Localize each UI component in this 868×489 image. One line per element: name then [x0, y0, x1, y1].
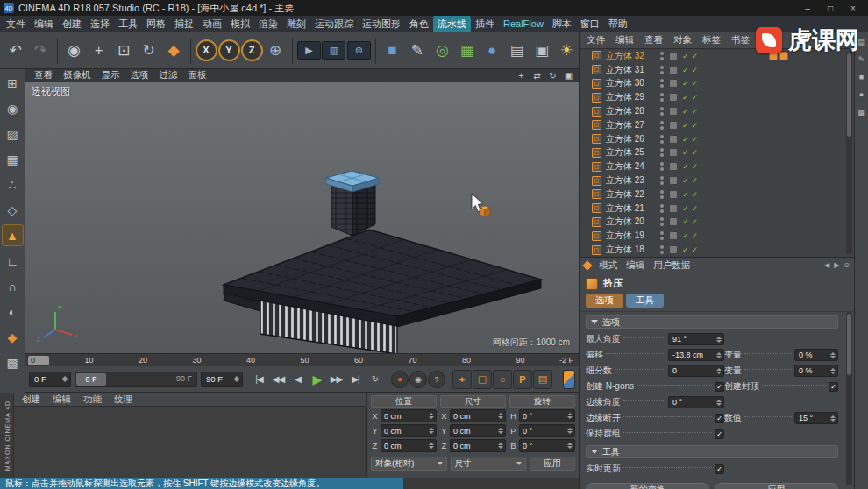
texture-mode-button[interactable]: ▨	[2, 123, 24, 145]
paint-tool-button[interactable]: ◆	[2, 326, 24, 348]
menu-character[interactable]: 角色	[405, 16, 433, 32]
coordinate-system-button[interactable]: ⊕	[264, 36, 288, 66]
visibility-dots-icon[interactable]	[660, 231, 664, 240]
enable-toggle-icon[interactable]	[670, 136, 677, 143]
visibility-dots-icon[interactable]	[660, 217, 664, 226]
toolbar-separator[interactable]	[57, 38, 58, 64]
viewport-menu-item[interactable]: 面板	[183, 69, 212, 82]
record-position-toggle[interactable]: +	[452, 370, 472, 389]
attribute-menu-item[interactable]: 模式	[594, 259, 622, 272]
offset-field[interactable]: -13.8 cm	[668, 349, 724, 361]
viewport-canvas[interactable]: Y X Z 透视视图 网格间距：1000 cm	[25, 82, 579, 353]
scale-tool[interactable]: ⊡	[111, 36, 135, 66]
object-manager-menu-item[interactable]: 对象	[668, 34, 697, 46]
current-frame-field[interactable]: 0 F	[29, 372, 71, 387]
add-deformer-button[interactable]: ●	[480, 36, 503, 66]
solo-mode-button[interactable]	[563, 370, 575, 389]
attribute-menu-item[interactable]: 编辑	[622, 259, 649, 272]
make-editable-button[interactable]: ⊞	[2, 72, 24, 94]
menu-tools[interactable]: 工具	[114, 16, 142, 32]
edge-angle-field[interactable]: 0 °	[668, 396, 724, 408]
object-row[interactable]: 立方体 24 ✓ ✓	[580, 159, 844, 174]
visibility-dots-icon[interactable]	[660, 148, 664, 157]
redo-button[interactable]: ↷	[28, 36, 52, 66]
lock-y-axis-button[interactable]: Y	[218, 36, 240, 66]
rotation-field[interactable]: 0 °	[519, 424, 575, 437]
object-list-scrollbar[interactable]	[846, 51, 852, 254]
history-forward-icon[interactable]: ▶	[834, 261, 839, 269]
attribute-scrollbar[interactable]	[846, 312, 852, 485]
visibility-dots-icon[interactable]	[660, 135, 664, 144]
cube-icon[interactable]: ■	[857, 72, 867, 82]
rotation-field[interactable]: 0 °	[519, 439, 575, 452]
maximize-button[interactable]: □	[819, 0, 842, 16]
value-stepper[interactable]	[715, 368, 722, 374]
menu-realflow[interactable]: RealFlow	[499, 17, 548, 31]
visibility-dots-icon[interactable]	[660, 107, 664, 116]
enable-toggle-icon[interactable]	[670, 108, 677, 115]
value-stepper[interactable]	[427, 413, 434, 419]
object-row[interactable]: 立方体 28 ✓ ✓	[580, 104, 844, 118]
undo-button[interactable]: ↶	[4, 36, 27, 66]
preserve-groups-checkbox[interactable]: ✓	[715, 429, 724, 439]
visibility-dots-icon[interactable]	[660, 93, 664, 102]
object-row[interactable]: 立方体 27 ✓ ✓	[580, 118, 844, 132]
grid-toggle-button[interactable]: ▩	[2, 351, 24, 373]
max-angle-field[interactable]: 91 °	[668, 333, 724, 345]
visibility-dots-icon[interactable]	[660, 176, 664, 185]
record-keyframe-button[interactable]: ●	[391, 371, 409, 388]
end-frame-field[interactable]: 90 F	[201, 372, 243, 387]
record-pla-toggle[interactable]: ▤	[533, 370, 552, 389]
position-field[interactable]: 0 cm	[381, 424, 437, 437]
value-stepper[interactable]	[715, 337, 722, 343]
size-field[interactable]: 0 cm	[450, 439, 506, 452]
menu-script[interactable]: 脚本	[548, 16, 576, 32]
material-menu-item[interactable]: 编辑	[46, 393, 77, 406]
object-row[interactable]: 立方体 22 ✓ ✓	[580, 188, 844, 202]
add-light-button[interactable]: ☀	[555, 36, 579, 66]
create-ngons-checkbox[interactable]: ✓	[715, 382, 724, 392]
timeline-ruler[interactable]: 0102030405060708090 -2 F	[25, 353, 579, 366]
material-menu-item[interactable]: 功能	[77, 393, 108, 406]
menu-window[interactable]: 窗口	[576, 16, 604, 32]
rotate-view-icon[interactable]: ↻	[546, 70, 559, 82]
menu-plugins[interactable]: 插件	[471, 16, 499, 32]
scrollbar-thumb[interactable]	[847, 314, 851, 375]
value-stepper[interactable]	[496, 413, 503, 419]
enable-snap-button[interactable]: ∩	[2, 275, 24, 297]
frame-stepper[interactable]	[60, 376, 68, 382]
value-stepper[interactable]	[829, 415, 836, 422]
model-mode-button[interactable]: ◉	[2, 97, 24, 119]
grid-icon[interactable]: ▦	[857, 107, 867, 117]
snap-value-field[interactable]: 15 °	[794, 412, 838, 424]
tab-options[interactable]: 选项	[586, 294, 623, 308]
enable-toggle-icon[interactable]	[670, 232, 677, 239]
lock-icon[interactable]: ⊙	[843, 261, 850, 269]
coordinates-apply-button[interactable]: 应用	[530, 457, 575, 471]
add-subdivision-surface-button[interactable]: ◎	[430, 36, 454, 66]
object-row[interactable]: 立方体 20 ✓ ✓	[580, 216, 844, 230]
size-mode-dropdown[interactable]: 尺寸	[451, 457, 527, 471]
enable-toggle-icon[interactable]	[670, 80, 677, 87]
menu-snap[interactable]: 捕捉	[170, 16, 198, 32]
record-parameter-toggle[interactable]: P	[513, 370, 532, 389]
menu-create[interactable]: 创建	[58, 16, 86, 32]
enable-toggle-icon[interactable]	[670, 53, 677, 60]
object-manager-menu-item[interactable]: 文件	[581, 34, 610, 46]
add-camera-button[interactable]: ▣	[530, 36, 553, 66]
menu-render[interactable]: 渲染	[254, 16, 282, 32]
viewport-solo-button[interactable]: ◐	[2, 301, 24, 322]
object-manager-menu-item[interactable]: 标签	[697, 34, 726, 46]
visibility-dots-icon[interactable]	[660, 245, 664, 254]
value-stepper[interactable]	[566, 443, 573, 449]
enable-toggle-icon[interactable]	[670, 149, 677, 156]
menu-file[interactable]: 文件	[2, 16, 30, 32]
menu-sculpt[interactable]: 雕刻	[282, 16, 310, 32]
tools-section-header[interactable]: 工具	[586, 445, 838, 458]
close-button[interactable]: ×	[842, 0, 864, 16]
timeline-powerslider[interactable]: 0 F 90 F	[75, 372, 197, 387]
enable-toggle-icon[interactable]	[670, 218, 677, 225]
menu-edit[interactable]: 编辑	[30, 16, 58, 32]
add-spline-pen-button[interactable]: ✎	[405, 36, 429, 66]
options-section-header[interactable]: 选项	[586, 315, 838, 329]
